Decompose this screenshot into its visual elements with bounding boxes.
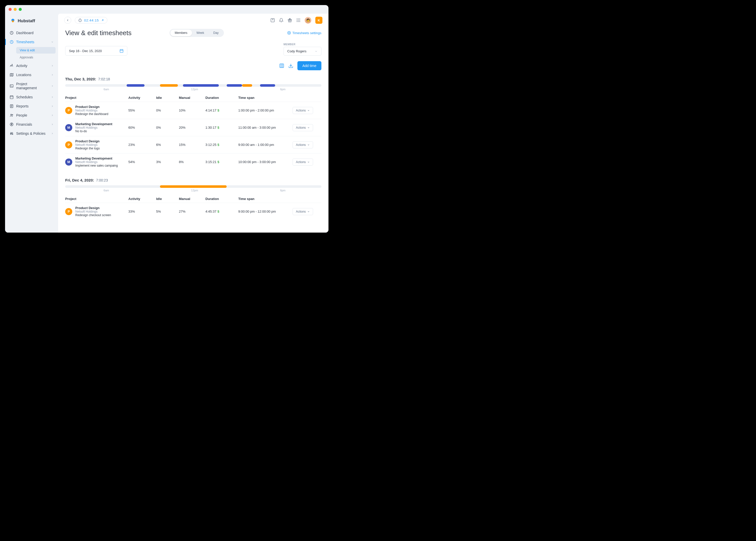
topbar: 02:44:15 🧑 K <box>58 14 329 27</box>
table-row: PProduct DesignNetsoft HoldingsRedesign … <box>65 136 321 153</box>
day-total: 7:02:18 <box>98 77 110 81</box>
tab-day[interactable]: Day <box>209 30 223 36</box>
project-avatar: P <box>65 208 72 215</box>
table-row: MMarketing DevelopmentNetsoft HoldingsNo… <box>65 119 321 136</box>
day-date: Thu, Dec 3, 2020: <box>65 77 96 81</box>
sidebar-item-timesheets[interactable]: Timesheets <box>5 37 58 47</box>
minimize-window[interactable] <box>14 8 17 11</box>
tab-members[interactable]: Members <box>170 30 192 36</box>
columns-icon[interactable] <box>279 63 284 68</box>
idle-value: 3% <box>156 160 179 164</box>
brand-name: Hubstaff <box>18 18 35 24</box>
timesheets-settings-link[interactable]: Timesheets settings <box>287 31 321 35</box>
timer-value: 02:44:15 <box>84 18 99 22</box>
timeline <box>65 185 321 188</box>
timeline-segment <box>242 84 252 87</box>
timespan-value: 9:00:00 am - 1:00:00 pm <box>238 143 293 147</box>
actions-button[interactable]: Actions <box>293 107 313 114</box>
activity-value: 60% <box>128 126 156 130</box>
project-name: Product Design <box>75 139 100 143</box>
duration-value: 4:45:37 $ <box>205 210 238 213</box>
member-select[interactable]: Cody Rogers <box>284 47 321 56</box>
close-window[interactable] <box>9 8 12 11</box>
table-header: ProjectActivityIdleManualDurationTime sp… <box>65 195 321 203</box>
svg-point-14 <box>297 18 297 19</box>
timeline <box>65 84 321 87</box>
brand-logo[interactable]: Hubstaff <box>5 16 58 28</box>
actions-button[interactable]: Actions <box>293 124 313 131</box>
sidebar-item-project-management[interactable]: Project management <box>5 79 58 93</box>
sidebar-item-locations[interactable]: Locations <box>5 70 58 79</box>
calendar-icon <box>10 95 14 99</box>
project-task: No to-do <box>75 130 113 133</box>
chevron-icon <box>51 41 54 43</box>
app-window: Hubstaff DashboardTimesheetsView & editA… <box>5 5 329 233</box>
help-icon[interactable] <box>270 18 275 23</box>
project-org: Netsoft Holdings <box>75 143 100 147</box>
svg-rect-2 <box>10 85 13 88</box>
timeline-segment <box>227 84 242 87</box>
project-org: Netsoft Holdings <box>75 210 111 213</box>
idle-value: 0% <box>156 109 179 112</box>
chevron-icon <box>51 85 54 87</box>
svg-point-18 <box>298 20 299 21</box>
dollar-icon: $ <box>217 109 219 112</box>
timespan-value: 10:00:00 pm - 3:00:00 pm <box>238 160 293 164</box>
tab-week[interactable]: Week <box>192 30 209 36</box>
svg-point-22 <box>299 21 300 22</box>
chevron-icon <box>51 132 54 135</box>
project-org: Netsoft Holdings <box>75 160 118 164</box>
bell-icon[interactable] <box>279 18 284 23</box>
project-name: Marketing Development <box>75 157 118 160</box>
timeline-segment <box>183 84 219 87</box>
project-avatar: M <box>65 159 72 166</box>
svg-point-20 <box>297 21 297 22</box>
svg-point-15 <box>298 18 299 19</box>
org-badge[interactable]: K <box>315 17 323 24</box>
date-range-picker[interactable]: Sep 16 - Dec 15, 2020 <box>65 46 127 56</box>
user-avatar[interactable]: 🧑 <box>305 17 311 24</box>
activity-value: 55% <box>128 109 156 112</box>
actions-button[interactable]: Actions <box>293 159 313 166</box>
table-row: PProduct DesignNetsoft HoldingsRedesign … <box>65 102 321 119</box>
gift-icon[interactable] <box>288 18 292 23</box>
svg-point-6 <box>12 114 13 115</box>
sidebar-item-activity[interactable]: Activity <box>5 61 58 70</box>
project-task: Redesign the logo <box>75 147 100 150</box>
svg-point-8 <box>10 134 11 134</box>
timeline-segment <box>160 185 227 188</box>
sidebar-subitem-view-&-edit[interactable]: View & edit <box>16 47 56 54</box>
maximize-window[interactable] <box>19 8 22 11</box>
sidebar-item-settings-&-policies[interactable]: Settings & Policies <box>5 129 58 138</box>
timer-widget[interactable]: 02:44:15 <box>75 17 108 24</box>
sidebar-item-dashboard[interactable]: Dashboard <box>5 28 58 37</box>
svg-point-10 <box>12 134 13 135</box>
project-name: Marketing Development <box>75 122 113 126</box>
svg-point-9 <box>11 133 12 134</box>
calendar-icon <box>120 49 124 53</box>
sidebar-item-financials[interactable]: Financials <box>5 120 58 129</box>
timeline-segment <box>260 84 275 87</box>
dollar-icon: $ <box>217 143 219 147</box>
actions-button[interactable]: Actions <box>293 141 313 148</box>
apps-grid-icon[interactable] <box>296 18 301 23</box>
actions-button[interactable]: Actions <box>293 208 313 215</box>
timespan-value: 11:00:00 am - 3:00:00 pm <box>238 126 293 130</box>
sidebar-subitem-approvals[interactable]: Approvals <box>16 54 56 61</box>
chevron-icon <box>51 65 54 67</box>
project-task: Redesign the dashboard <box>75 112 109 116</box>
map-icon <box>10 73 14 77</box>
idle-value: 5% <box>156 210 179 213</box>
sidebar-item-reports[interactable]: Reports <box>5 102 58 111</box>
sidebar-item-schedules[interactable]: Schedules <box>5 93 58 102</box>
gear-icon <box>287 31 291 35</box>
svg-rect-3 <box>10 96 13 99</box>
back-button[interactable] <box>64 17 71 24</box>
sidebar-item-people[interactable]: People <box>5 111 58 120</box>
add-time-button[interactable]: Add time <box>297 61 321 70</box>
download-icon[interactable] <box>288 63 293 68</box>
manual-value: 10% <box>179 109 205 112</box>
dashboard-icon <box>10 31 14 35</box>
svg-point-5 <box>11 114 12 115</box>
project-avatar: P <box>65 141 72 148</box>
